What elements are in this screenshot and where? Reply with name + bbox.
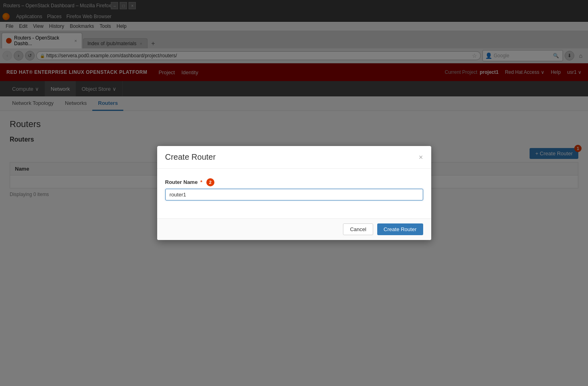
cancel-button[interactable]: Cancel [343, 223, 373, 235]
modal-header: Create Router × [157, 146, 431, 169]
modal-title: Create Router [165, 152, 216, 162]
router-name-label: Router Name * 2 [165, 178, 423, 186]
step-badge: 2 [206, 178, 214, 186]
router-name-form-group: Router Name * 2 [165, 178, 423, 200]
required-marker: * [200, 179, 202, 185]
create-router-modal: Create Router × Router Name * 2 Cancel C… [157, 146, 431, 240]
modal-overlay: Create Router × Router Name * 2 Cancel C… [0, 0, 588, 386]
router-name-input[interactable] [165, 189, 423, 200]
submit-create-router-button[interactable]: Create Router [377, 223, 423, 235]
modal-footer: Cancel Create Router [157, 218, 431, 240]
modal-close-button[interactable]: × [419, 154, 423, 161]
modal-body: Router Name * 2 [157, 169, 431, 218]
